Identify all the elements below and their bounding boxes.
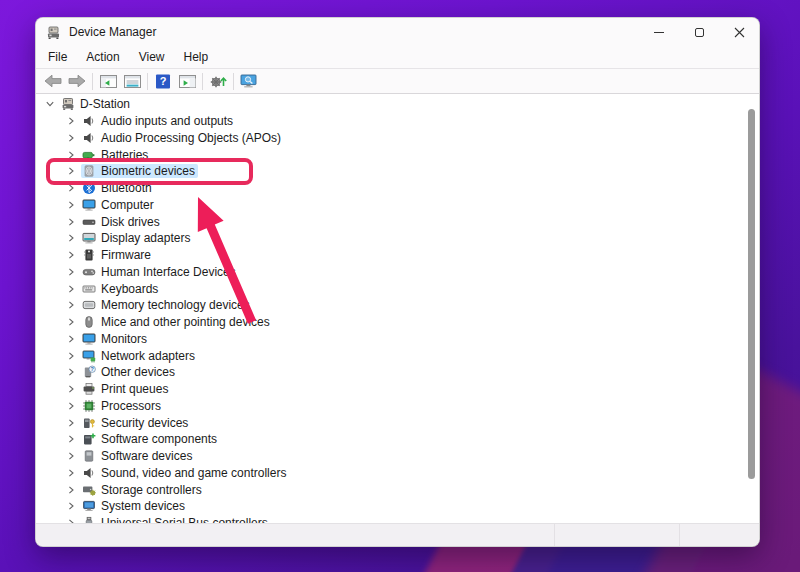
tree-row[interactable]: Memory technology devices (37, 297, 758, 314)
tree-row[interactable]: Mice and other pointing devices (37, 314, 758, 331)
tree-row[interactable]: Sound, video and game controllers (37, 465, 758, 482)
vertical-scrollbar[interactable] (746, 94, 757, 522)
chevron-right-icon[interactable] (66, 434, 76, 444)
tree-row[interactable]: Biometric devices (37, 163, 758, 180)
tree-row[interactable]: Software components (37, 431, 758, 448)
console-tree-button[interactable] (96, 71, 120, 92)
tree-item-label[interactable]: Display adapters (101, 231, 190, 245)
chevron-right-icon[interactable] (66, 250, 76, 260)
tree-row[interactable]: D-Station (37, 96, 758, 113)
tree-item-label[interactable]: Software components (101, 432, 217, 446)
chevron-right-icon[interactable] (66, 384, 76, 394)
chevron-right-icon[interactable] (66, 267, 76, 277)
toolbar-separator (233, 73, 234, 90)
tree-row[interactable]: Disk drives (37, 213, 758, 230)
chevron-right-icon[interactable] (66, 317, 76, 327)
chevron-right-icon[interactable] (66, 501, 76, 511)
tree-row[interactable]: Software devices (37, 448, 758, 465)
tree-row[interactable]: Processors (37, 398, 758, 415)
monitor-icon (82, 332, 96, 346)
tree-item-label[interactable]: Computer (101, 198, 154, 212)
tree-item-label[interactable]: Human Interface Devices (101, 265, 236, 279)
tree-row[interactable]: System devices (37, 498, 758, 515)
chevron-right-icon[interactable] (66, 485, 76, 495)
tree-item-label[interactable]: Mice and other pointing devices (101, 315, 270, 329)
tree-item-label[interactable]: Firmware (101, 248, 151, 262)
tree-row[interactable]: Storage controllers (37, 481, 758, 498)
menu-file[interactable]: File (42, 48, 73, 66)
chevron-right-icon[interactable] (66, 300, 76, 310)
tree-item-label[interactable]: Audio Processing Objects (APOs) (101, 131, 281, 145)
tree-row[interactable]: Batteries (37, 146, 758, 163)
tree-row[interactable]: Security devices (37, 414, 758, 431)
properties-button[interactable] (120, 71, 144, 92)
chevron-right-icon[interactable] (66, 150, 76, 160)
scrollbar-thumb[interactable] (748, 109, 755, 479)
chevron-right-icon[interactable] (66, 401, 76, 411)
tree-row[interactable]: Computer (37, 197, 758, 214)
tree-row[interactable]: Print queues (37, 381, 758, 398)
tree-item-label[interactable]: System devices (101, 499, 185, 513)
menu-action[interactable]: Action (80, 48, 125, 66)
tree-item-label[interactable]: Audio inputs and outputs (101, 114, 233, 128)
computer-search-button[interactable] (237, 71, 261, 92)
tree-row[interactable]: Audio inputs and outputs (37, 113, 758, 130)
tree-item-label[interactable]: Other devices (101, 365, 175, 379)
tree-item-label[interactable]: Monitors (101, 332, 147, 346)
chevron-right-icon[interactable] (66, 200, 76, 210)
chevron-right-icon[interactable] (66, 468, 76, 478)
forward-arrow-button[interactable] (65, 71, 89, 92)
tree-row[interactable]: Firmware (37, 247, 758, 264)
tree-row[interactable]: Network adapters (37, 347, 758, 364)
tree-row[interactable]: ?Other devices (37, 364, 758, 381)
tree-item-label[interactable]: Batteries (101, 148, 148, 162)
tree-item-label[interactable]: Bluetooth (101, 181, 152, 195)
chevron-right-icon[interactable] (66, 233, 76, 243)
chevron-right-icon[interactable] (66, 183, 76, 193)
scan-hardware-button[interactable] (206, 71, 230, 92)
tree-item-label[interactable]: Disk drives (101, 215, 160, 229)
chevron-right-icon[interactable] (66, 166, 76, 176)
svg-text:?: ? (91, 367, 94, 373)
title-bar[interactable]: Device Manager (36, 18, 759, 46)
tree-row[interactable]: Audio Processing Objects (APOs) (37, 130, 758, 147)
minimize-button[interactable] (639, 18, 679, 46)
chevron-right-icon[interactable] (66, 418, 76, 428)
tree-row[interactable]: Human Interface Devices (37, 264, 758, 281)
gamepad-icon (82, 265, 96, 279)
tree-item-label[interactable]: Keyboards (101, 282, 158, 296)
tree-item-label[interactable]: Storage controllers (101, 483, 202, 497)
action-pane-button[interactable] (175, 71, 199, 92)
tree-item-label[interactable]: Memory technology devices (101, 298, 250, 312)
tree-row[interactable]: Keyboards (37, 280, 758, 297)
tree-row[interactable]: Bluetooth (37, 180, 758, 197)
menu-view[interactable]: View (133, 48, 171, 66)
chevron-right-icon[interactable] (66, 133, 76, 143)
menu-help[interactable]: Help (178, 48, 215, 66)
tree-row[interactable]: Display adapters (37, 230, 758, 247)
tree-item-label[interactable]: D-Station (80, 97, 130, 111)
tree-item-label[interactable]: Sound, video and game controllers (101, 466, 286, 480)
tree-item-label[interactable]: Network adapters (101, 349, 195, 363)
chevron-right-icon[interactable] (66, 284, 76, 294)
chevron-right-icon[interactable] (66, 451, 76, 461)
tree-item-label[interactable]: Software devices (101, 449, 192, 463)
tree-row[interactable]: Universal Serial Bus controllers (37, 515, 758, 523)
keyboard-icon (82, 282, 96, 296)
help-button[interactable]: ? (151, 71, 175, 92)
chevron-right-icon[interactable] (66, 351, 76, 361)
back-arrow-button[interactable] (41, 71, 65, 92)
chevron-down-icon[interactable] (45, 99, 55, 109)
tree-item-label[interactable]: Universal Serial Bus controllers (101, 516, 268, 523)
chevron-right-icon[interactable] (66, 334, 76, 344)
tree-item-label[interactable]: Processors (101, 399, 161, 413)
chevron-right-icon[interactable] (66, 367, 76, 377)
tree-item-label[interactable]: Security devices (101, 416, 188, 430)
close-button[interactable] (719, 18, 759, 46)
chevron-right-icon[interactable] (66, 116, 76, 126)
tree-item-label[interactable]: Print queues (101, 382, 168, 396)
tree-row[interactable]: Monitors (37, 331, 758, 348)
chevron-right-icon[interactable] (66, 217, 76, 227)
maximize-button[interactable] (679, 18, 719, 46)
tree-item-label[interactable]: Biometric devices (101, 164, 195, 178)
